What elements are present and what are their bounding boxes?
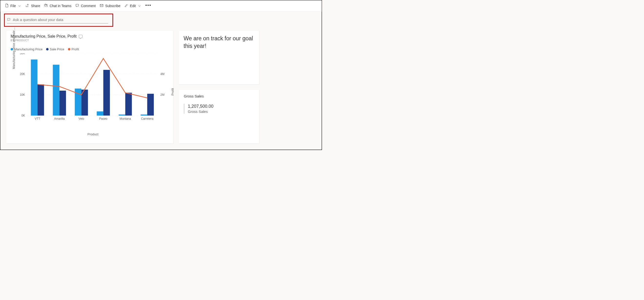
share-button[interactable]: Share xyxy=(25,4,40,9)
metric-label: Gross Sales xyxy=(188,110,254,114)
file-label: File xyxy=(10,4,16,8)
legend-swatch-profit xyxy=(68,48,70,50)
subscribe-button[interactable]: Subscribe xyxy=(100,4,120,9)
metric-value: 1,207,500.00 xyxy=(188,104,254,109)
file-menu[interactable]: File xyxy=(5,4,22,9)
legend-item: Sale Price xyxy=(46,47,64,51)
command-bar: File Share Chat in Teams Comment Subscri… xyxy=(0,1,322,12)
svg-rect-23 xyxy=(97,111,104,115)
comment-icon xyxy=(76,4,79,9)
share-icon xyxy=(25,4,29,9)
svg-rect-0 xyxy=(44,5,46,6)
svg-rect-14 xyxy=(31,60,38,116)
y-axis-right-label: Profit xyxy=(171,88,175,95)
svg-text:4M: 4M xyxy=(160,72,165,76)
svg-text:2M: 2M xyxy=(160,93,165,96)
svg-text:Paseo: Paseo xyxy=(99,117,107,120)
svg-text:20K: 20K xyxy=(20,72,25,76)
svg-text:Carretera: Carretera xyxy=(141,117,154,120)
svg-text:10K: 10K xyxy=(20,93,25,96)
svg-text:30K: 30K xyxy=(20,53,25,55)
share-label: Share xyxy=(31,4,40,8)
svg-text:Amarilla: Amarilla xyxy=(54,117,65,120)
subscribe-label: Subscribe xyxy=(105,4,120,8)
chart-subtitle: BY PRODUCT xyxy=(11,39,169,42)
legend-label: Sale Price xyxy=(50,47,64,51)
chart-plot-area: 0K10K20K30K2M4MVTTAmarillaVeloPaseoMonta… xyxy=(18,53,168,126)
svg-rect-26 xyxy=(119,115,126,115)
comment-icon xyxy=(7,18,11,22)
y-axis-left-label: Manufacturing Price and Sale ... xyxy=(12,27,16,69)
combo-chart: 0K10K20K30K2M4MVTTAmarillaVeloPaseoMonta… xyxy=(18,53,168,131)
chat-in-teams-button[interactable]: Chat in Teams xyxy=(44,4,71,9)
chat-in-teams-label: Chat in Teams xyxy=(50,4,71,8)
svg-rect-24 xyxy=(104,70,110,115)
qna-input[interactable] xyxy=(13,18,108,22)
svg-text:0K: 0K xyxy=(22,114,25,117)
svg-rect-30 xyxy=(147,94,154,115)
legend-label: Profit xyxy=(72,47,79,51)
svg-text:Montana: Montana xyxy=(120,117,131,120)
teams-icon xyxy=(44,4,48,9)
svg-rect-3 xyxy=(100,5,103,7)
metric-title: Gross Sales xyxy=(184,94,254,98)
comment-button[interactable]: Comment xyxy=(76,4,96,9)
chevron-down-icon xyxy=(138,4,142,8)
svg-rect-15 xyxy=(38,85,44,116)
svg-rect-29 xyxy=(141,115,147,115)
svg-point-2 xyxy=(46,4,47,5)
legend-swatch-sale xyxy=(46,48,48,50)
comment-label: Comment xyxy=(81,4,96,8)
svg-rect-17 xyxy=(53,65,60,115)
pencil-icon xyxy=(124,4,128,9)
chart-legend: Manufacturing Price Sale Price Profit xyxy=(11,47,169,51)
metric-tile[interactable]: Gross Sales 1,207,500.00 Gross Sales xyxy=(179,90,259,144)
chart-title: Manufacturing Price, Sale Price, Profit xyxy=(11,34,76,39)
svg-text:Velo: Velo xyxy=(78,117,84,120)
tile-comment-icon[interactable] xyxy=(79,35,82,38)
qna-input-wrapper[interactable] xyxy=(7,17,108,24)
mail-icon xyxy=(100,4,104,9)
legend-item: Profit xyxy=(68,47,79,51)
edit-menu[interactable]: Edit xyxy=(124,4,142,9)
svg-rect-18 xyxy=(60,91,66,115)
svg-point-1 xyxy=(45,4,46,5)
svg-text:VTT: VTT xyxy=(35,117,40,120)
edit-label: Edit xyxy=(130,4,136,8)
chevron-down-icon xyxy=(18,4,22,8)
qna-highlight-box xyxy=(4,14,114,27)
file-icon xyxy=(5,4,9,9)
x-axis-label: Product xyxy=(88,132,98,136)
legend-label: Manufacturing Price xyxy=(14,47,43,51)
chart-tile[interactable]: Manufacturing Price, Sale Price, Profit … xyxy=(6,31,174,144)
text-tile-body: We are on track for our goal this year! xyxy=(184,35,254,50)
svg-rect-27 xyxy=(126,93,132,116)
text-tile[interactable]: We are on track for our goal this year! xyxy=(179,31,259,85)
more-options-button[interactable]: ••• xyxy=(146,5,152,7)
